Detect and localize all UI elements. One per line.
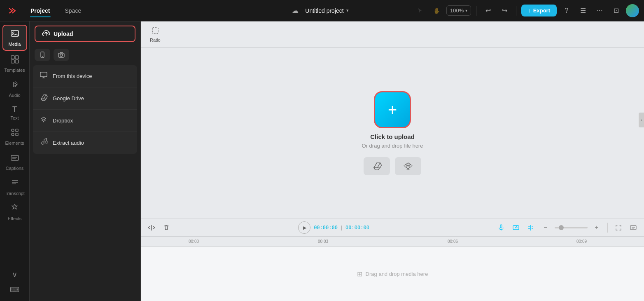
more-button[interactable]: ⋯ bbox=[593, 4, 606, 17]
timeline-tracks: ⊞ Drag and drop media here bbox=[141, 247, 644, 301]
time-current: 00:00:00 bbox=[314, 225, 338, 230]
timeline-area: ▶ 00:00:00 | 00:00:00 bbox=[141, 219, 644, 301]
svg-rect-11 bbox=[11, 155, 19, 160]
dropbox-label: Dropbox bbox=[53, 118, 73, 124]
monitor-icon bbox=[40, 71, 48, 81]
split-align-button[interactable] bbox=[525, 222, 537, 233]
canvas-area: ‹ Ratio + Click to upload bbox=[141, 21, 644, 219]
effects-icon bbox=[10, 203, 19, 214]
upload-panel-tabs bbox=[30, 46, 140, 65]
ruler-mark-0: 00:00 bbox=[189, 239, 199, 244]
camera-tab[interactable] bbox=[54, 49, 69, 61]
sidebar-item-text[interactable]: T Text bbox=[2, 102, 27, 124]
layout-button[interactable]: ⊡ bbox=[609, 4, 623, 17]
tab-project[interactable]: Project bbox=[23, 5, 57, 16]
google-drive-icon bbox=[40, 93, 48, 103]
topbar-tabs: Project Space bbox=[23, 5, 89, 16]
svg-point-9 bbox=[12, 133, 14, 136]
mic-button[interactable] bbox=[495, 222, 507, 233]
templates-icon bbox=[10, 55, 19, 66]
sidebar-item-transcript[interactable]: Transcript bbox=[2, 175, 27, 199]
elements-icon bbox=[10, 128, 19, 139]
svg-rect-10 bbox=[16, 133, 18, 136]
avatar[interactable] bbox=[626, 4, 639, 17]
zoom-minus-button[interactable]: − bbox=[540, 222, 551, 233]
zoom-display: 100% ▾ bbox=[446, 5, 471, 16]
time-total: 00:00:00 bbox=[345, 225, 369, 230]
keyboard-button[interactable]: ⌨ bbox=[8, 283, 21, 296]
ruler-mark-9: 00:09 bbox=[576, 239, 587, 244]
sidebar-item-effects[interactable]: Effects bbox=[2, 200, 27, 224]
upload-button[interactable]: Upload bbox=[35, 26, 135, 42]
more-tools-button[interactable]: ∨ bbox=[8, 268, 21, 281]
audio-icon bbox=[10, 80, 19, 91]
phone-tab[interactable] bbox=[35, 49, 50, 61]
dropbox-item[interactable]: Dropbox bbox=[33, 110, 137, 132]
from-device-item[interactable]: From this device bbox=[33, 65, 137, 87]
undo-button[interactable]: ↩ bbox=[481, 4, 495, 17]
canvas-content: + Click to upload Or drag and drop file … bbox=[141, 48, 644, 219]
time-separator: | bbox=[341, 225, 342, 230]
captions-label: Captions bbox=[6, 166, 23, 171]
play-button[interactable]: ▶ bbox=[298, 221, 310, 234]
dropbox-upload-button[interactable] bbox=[395, 157, 421, 175]
gdrive-upload-button[interactable] bbox=[364, 157, 390, 175]
svg-rect-26 bbox=[152, 28, 158, 33]
effects-label: Effects bbox=[8, 216, 21, 221]
ai-button[interactable] bbox=[510, 222, 522, 233]
drag-drop-hint: ⊞ Drag and drop media here bbox=[357, 270, 428, 278]
upload-plus-button[interactable]: + bbox=[374, 91, 411, 128]
split-button[interactable] bbox=[146, 222, 157, 233]
sidebar-item-elements[interactable]: Elements bbox=[2, 125, 27, 149]
fit-view-button[interactable] bbox=[613, 222, 624, 233]
timeline-toolbar: ▶ 00:00:00 | 00:00:00 bbox=[141, 219, 644, 237]
transcript-label: Transcript bbox=[5, 191, 25, 196]
sidebar-item-captions[interactable]: Captions bbox=[2, 150, 27, 174]
pointer-tool-button[interactable] bbox=[413, 4, 427, 17]
upload-zone-title: Click to upload bbox=[370, 133, 415, 140]
captions-icon bbox=[10, 153, 19, 164]
svg-rect-8 bbox=[16, 129, 18, 132]
project-name-button[interactable]: Untitled project ▾ bbox=[302, 6, 352, 16]
canvas-toolbar: Ratio bbox=[141, 21, 644, 48]
upload-panel: Upload bbox=[30, 21, 141, 301]
google-drive-item[interactable]: Google Drive bbox=[33, 87, 137, 110]
media-label: Media bbox=[9, 42, 21, 47]
zoom-value: 100% bbox=[450, 7, 464, 14]
media-icon bbox=[10, 29, 19, 40]
divider-2 bbox=[516, 6, 516, 16]
transcript-icon bbox=[10, 178, 19, 189]
timeline-toolbar-right: − + bbox=[495, 222, 639, 233]
timeline-toolbar-left bbox=[146, 222, 172, 233]
sidebar-item-audio[interactable]: Audio bbox=[2, 77, 27, 101]
svg-point-7 bbox=[12, 129, 14, 132]
google-drive-label: Google Drive bbox=[53, 95, 84, 101]
menu-list-button[interactable]: ☰ bbox=[576, 4, 590, 17]
caption-bar-button[interactable] bbox=[628, 222, 639, 233]
upload-zone: + Click to upload Or drag and drop file … bbox=[362, 91, 423, 175]
timeline-divider bbox=[607, 223, 608, 233]
extract-audio-item[interactable]: Extract audio bbox=[33, 132, 137, 154]
help-button[interactable]: ? bbox=[560, 4, 573, 17]
ratio-icon bbox=[151, 26, 159, 37]
tab-space[interactable]: Space bbox=[57, 5, 89, 16]
upload-button-label: Upload bbox=[54, 31, 73, 37]
sidebar-item-media[interactable]: Media bbox=[2, 25, 27, 51]
ratio-button[interactable]: Ratio bbox=[145, 24, 166, 45]
timeline-toolbar-center: ▶ 00:00:00 | 00:00:00 bbox=[298, 221, 369, 234]
zoom-thumb[interactable] bbox=[559, 225, 564, 230]
export-label: Export bbox=[533, 7, 550, 14]
svg-point-24 bbox=[42, 142, 44, 144]
export-button[interactable]: ↑ Export bbox=[521, 5, 557, 16]
sidebar-item-templates[interactable]: Templates bbox=[2, 52, 27, 76]
topbar-center: ☁ Untitled project ▾ bbox=[292, 6, 352, 16]
zoom-track bbox=[555, 227, 588, 228]
hand-tool-button[interactable]: ✋ bbox=[430, 4, 443, 17]
project-name-text: Untitled project bbox=[305, 7, 343, 14]
zoom-plus-button[interactable]: + bbox=[591, 222, 602, 233]
redo-button[interactable]: ↪ bbox=[498, 4, 511, 17]
svg-rect-5 bbox=[11, 60, 14, 63]
delete-button[interactable] bbox=[161, 222, 172, 233]
topbar: Project Space ☁ Untitled project ▾ ✋ 100… bbox=[0, 0, 644, 21]
topbar-actions: ✋ 100% ▾ ↩ ↪ ↑ Export ? ☰ ⋯ ⊡ bbox=[413, 4, 639, 17]
